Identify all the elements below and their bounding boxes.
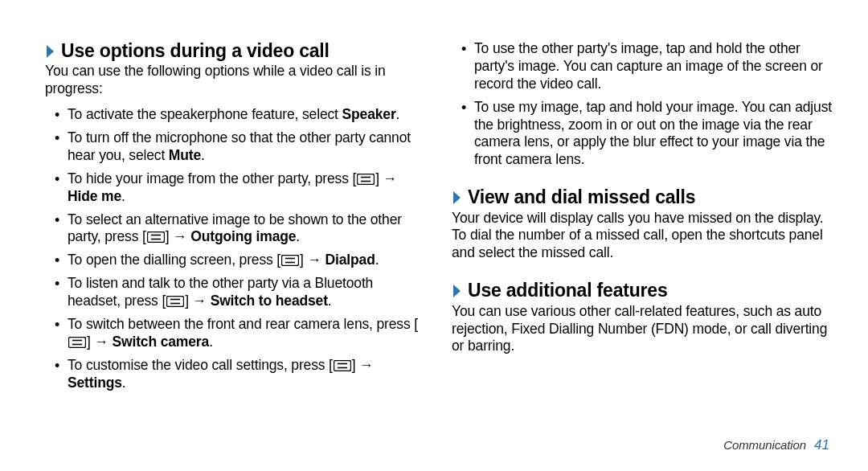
- chevron-right-icon: [452, 190, 463, 206]
- svg-rect-15: [334, 360, 350, 371]
- svg-rect-9: [167, 297, 184, 307]
- heading-additional-features: Use additional features: [452, 280, 834, 301]
- page-footer: Communication 41: [723, 437, 829, 453]
- right-column: To use the other party's image, tap and …: [452, 40, 834, 397]
- chevron-right-icon: [452, 283, 463, 299]
- bold-term: Speaker: [342, 106, 396, 122]
- chevron-right-icon: [45, 43, 56, 59]
- menu-key-icon: [68, 337, 86, 348]
- footer-page-number: 41: [814, 437, 829, 453]
- additional-features-body: You can use various other call-related f…: [452, 303, 834, 356]
- menu-key-icon: [147, 231, 165, 243]
- svg-rect-12: [69, 337, 86, 347]
- heading-text: Use additional features: [468, 280, 667, 301]
- list-item: To use the other party's image, tap and …: [460, 40, 834, 93]
- menu-key-icon: [166, 296, 184, 307]
- missed-calls-body: Your device will display calls you have …: [452, 210, 834, 263]
- continued-list: To use the other party's image, tap and …: [460, 40, 834, 169]
- list-item: To open the dialling screen, press [] → …: [53, 252, 428, 269]
- list-item: To use my image, tap and hold your image…: [460, 99, 834, 170]
- bold-term: Hide me: [68, 188, 121, 204]
- options-list: To activate the speakerphone feature, se…: [53, 106, 428, 391]
- two-column-layout: Use options during a video call You can …: [45, 40, 834, 397]
- list-item: To activate the speakerphone feature, se…: [53, 106, 428, 124]
- menu-key-icon: [334, 360, 351, 371]
- footer-section: Communication: [723, 438, 806, 452]
- svg-rect-3: [147, 232, 164, 243]
- bold-term: Outgoing image: [190, 228, 296, 244]
- list-item: To customise the video call settings, pr…: [53, 357, 428, 392]
- manual-page: Use options during a video call You can …: [0, 0, 868, 471]
- heading-text: Use options during a video call: [61, 40, 330, 61]
- intro-text: You can use the following options while …: [45, 63, 428, 98]
- bold-term: Mute: [169, 147, 201, 163]
- bold-term: Switch to headset: [211, 293, 328, 309]
- svg-rect-0: [358, 174, 375, 184]
- left-column: Use options during a video call You can …: [45, 40, 428, 397]
- heading-missed-calls: View and dial missed calls: [452, 186, 834, 207]
- list-item: To hide your image from the other party,…: [53, 170, 428, 206]
- list-item: To switch between the front and rear cam…: [53, 316, 428, 351]
- menu-key-icon: [357, 174, 375, 185]
- bold-term: Switch camera: [113, 334, 210, 350]
- list-item: To turn off the microphone so that the o…: [53, 129, 428, 165]
- list-item: To listen and talk to the other party vi…: [53, 275, 428, 310]
- svg-rect-6: [282, 256, 299, 266]
- bold-term: Settings: [68, 375, 122, 391]
- heading-text: View and dial missed calls: [468, 186, 695, 207]
- menu-key-icon: [281, 255, 299, 266]
- bold-term: Dialpad: [326, 252, 375, 268]
- list-item: To select an alternative image to be sho…: [53, 211, 428, 247]
- heading-use-options: Use options during a video call: [45, 40, 428, 61]
